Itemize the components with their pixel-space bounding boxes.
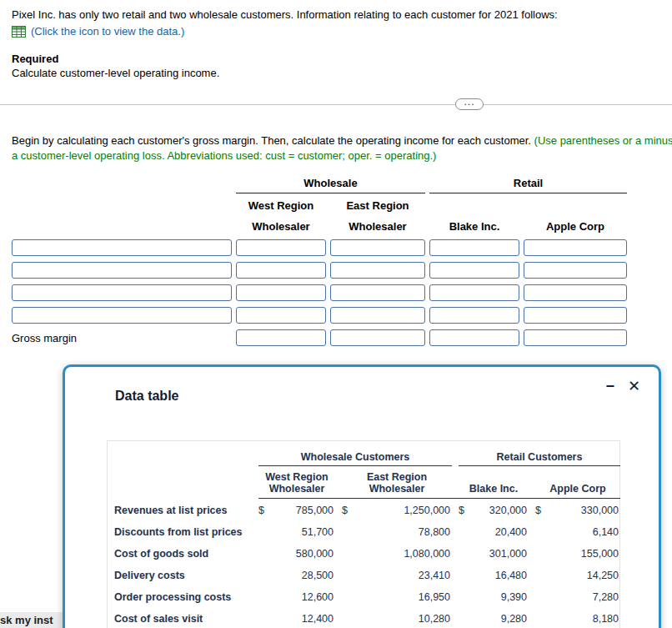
data-cell: $1,250,000 — [342, 505, 452, 516]
data-cell: 16,950 — [342, 591, 452, 603]
item-label-input[interactable] — [12, 262, 232, 279]
row-label: Revenues at list prices — [114, 505, 252, 516]
east-wholesaler-header: Wholesaler — [330, 220, 425, 233]
data-cell: 51,700 — [258, 526, 335, 538]
data-cell: 8,180 — [535, 613, 620, 625]
minimize-icon[interactable]: − — [605, 379, 614, 394]
wholesale-group-header: Wholesale — [236, 177, 425, 193]
currency-symbol: $ — [459, 505, 464, 516]
cell-value: 155,000 — [581, 548, 619, 560]
data-cell: $320,000 — [459, 505, 529, 516]
dt-apple-header: Apple Corp — [535, 470, 620, 495]
cell-value: 28,500 — [302, 570, 333, 581]
dt-blake-header: Blake Inc. — [459, 470, 529, 495]
answer-input[interactable] — [236, 329, 326, 346]
item-label-input[interactable] — [12, 284, 232, 301]
answer-row — [12, 262, 629, 279]
cell-value: 10,280 — [419, 613, 450, 625]
answer-input[interactable] — [429, 329, 519, 346]
cell-value: 78,800 — [419, 526, 450, 538]
answer-input[interactable] — [330, 284, 425, 301]
problem-statement: Pixel Inc. has only two retail and two w… — [12, 8, 558, 21]
data-cell: $330,000 — [535, 505, 620, 516]
data-cell: $785,000 — [258, 505, 335, 516]
retail-customers-header: Retail Customers — [459, 451, 620, 466]
modal-title: Data table — [115, 389, 178, 404]
data-link-row: (Click the icon to view the data.) — [12, 25, 184, 38]
dt-east-region: East Region — [342, 471, 452, 483]
answer-input[interactable] — [524, 239, 627, 256]
answer-input[interactable] — [330, 329, 425, 346]
answer-input[interactable] — [236, 239, 326, 256]
section-divider — [0, 104, 672, 105]
data-table-icon[interactable] — [12, 26, 26, 38]
row-label: Order processing costs — [114, 591, 252, 603]
dt-west-header: West Region Wholesaler — [258, 470, 335, 495]
east-region-header: East Region — [330, 199, 425, 212]
required-heading: Required — [12, 53, 58, 65]
wholesale-customers-header: Wholesale Customers — [258, 451, 452, 466]
answer-input[interactable] — [429, 239, 519, 256]
answer-input[interactable] — [524, 329, 627, 346]
answer-input[interactable] — [429, 284, 519, 301]
item-label-input[interactable] — [12, 307, 232, 324]
data-cell: 28,500 — [258, 570, 335, 581]
retail-group-header: Retail — [429, 177, 627, 193]
data-cell: 301,000 — [459, 548, 529, 560]
cell-value: 20,400 — [495, 526, 527, 538]
answer-input[interactable] — [236, 262, 326, 279]
row-label: Cost of sales visit — [114, 613, 252, 625]
instruction-line-1: Begin by calculating each customer's gro… — [12, 134, 672, 147]
cell-value: 9,390 — [501, 591, 527, 603]
ask-instructor-button-partial[interactable]: sk my inst — [0, 612, 63, 628]
close-icon[interactable]: ✕ — [628, 379, 640, 394]
table-row: Cost of sales visit 12,400 10,280 9,280 … — [114, 608, 614, 628]
cell-value: 785,000 — [296, 505, 333, 516]
cell-value: 8,180 — [593, 613, 619, 625]
blake-header: Blake Inc. — [429, 220, 519, 233]
data-cell: 16,480 — [459, 570, 529, 581]
data-table: Wholesale Customers Retail Customers Wes… — [107, 440, 620, 628]
cell-value: 301,000 — [489, 548, 527, 560]
answer-row — [12, 307, 629, 324]
currency-symbol: $ — [258, 505, 264, 516]
answer-input[interactable] — [429, 262, 519, 279]
collapse-toggle-button[interactable]: ... — [455, 98, 484, 110]
row-label: Cost of goods sold — [114, 548, 252, 560]
cell-value: 580,000 — [296, 548, 333, 560]
cell-value: 1,080,000 — [404, 548, 450, 560]
answer-input[interactable] — [330, 262, 425, 279]
cell-value: 12,400 — [302, 613, 333, 625]
answer-table: Wholesale Retail West Region East Region… — [12, 177, 629, 346]
data-cell: 10,280 — [342, 613, 452, 625]
item-label-input[interactable] — [12, 239, 232, 256]
answer-input[interactable] — [524, 262, 627, 279]
dt-column-header-row: West Region Wholesaler East Region Whole… — [114, 470, 614, 495]
cell-value: 320,000 — [489, 505, 527, 516]
cell-value: 14,250 — [587, 570, 619, 581]
cell-value: 23,410 — [419, 570, 450, 581]
dt-rule-row — [114, 495, 614, 499]
dt-east-wholesaler: Wholesaler — [342, 483, 452, 495]
region-header-row: West Region East Region — [12, 199, 629, 212]
answer-input[interactable] — [524, 307, 627, 324]
answer-input[interactable] — [236, 307, 326, 324]
data-table-modal: − ✕ Data table Wholesale Customers Retai… — [63, 364, 661, 628]
currency-symbol: $ — [535, 505, 541, 516]
dt-west-region: West Region — [258, 471, 335, 483]
data-cell: 20,400 — [459, 526, 529, 538]
instruction-text: Begin by calculating each customer's gro… — [12, 134, 534, 147]
data-cell: 9,390 — [459, 591, 529, 603]
data-cell: 9,280 — [459, 613, 529, 625]
answer-input[interactable] — [330, 239, 425, 256]
data-cell: 155,000 — [535, 548, 620, 560]
data-cell: 1,080,000 — [342, 548, 452, 560]
view-data-link[interactable]: (Click the icon to view the data.) — [31, 25, 184, 38]
answer-input[interactable] — [429, 307, 519, 324]
cell-value: 16,950 — [419, 591, 450, 603]
answer-input[interactable] — [524, 284, 627, 301]
answer-input[interactable] — [236, 284, 326, 301]
cell-value: 7,280 — [593, 591, 619, 603]
cell-value: 16,480 — [495, 570, 527, 581]
answer-input[interactable] — [330, 307, 425, 324]
